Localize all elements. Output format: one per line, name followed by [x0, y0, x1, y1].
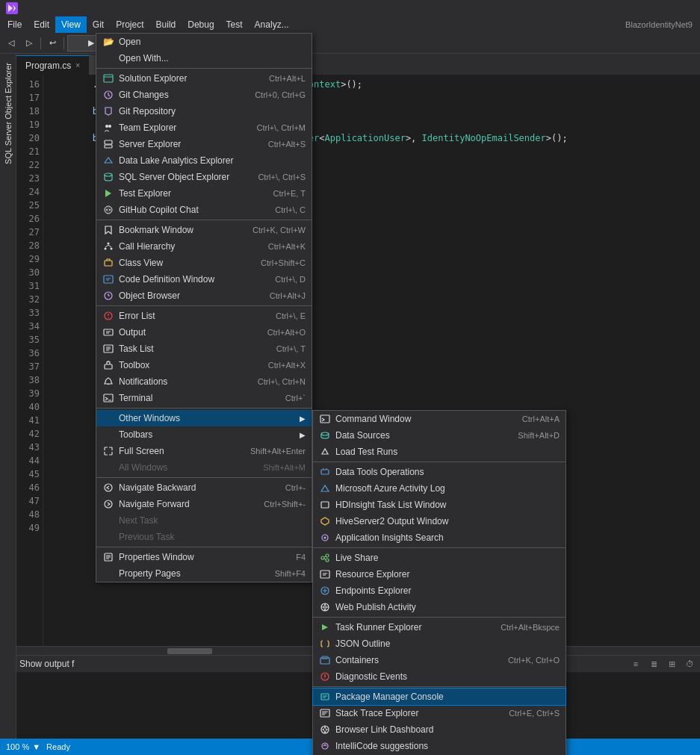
view-terminal[interactable]: Terminal Ctrl+` [96, 390, 312, 406]
tab-close[interactable]: × [75, 61, 80, 69]
containers-shortcut: Ctrl+K, Ctrl+O [508, 656, 560, 665]
svg-rect-38 [322, 656, 328, 659]
view-obj-browser[interactable]: Object Browser Ctrl+Alt+J [96, 288, 312, 304]
rw-json-outline[interactable]: JSON Outline [313, 636, 566, 652]
view-menu-dropdown[interactable]: 📂 Open Open With... Solution Explorer Ct… [96, 33, 312, 582]
menu-file[interactable]: File [1, 16, 28, 33]
rw-hive[interactable]: HiveServer2 Output Window [313, 513, 566, 529]
view-open-with[interactable]: Open With... [96, 50, 312, 66]
rw-data-tools[interactable]: Data Tools Operations [313, 464, 566, 480]
output-btn3[interactable]: ⊞ [664, 657, 679, 671]
output-btn4[interactable]: ⏱ [682, 657, 697, 671]
hdinsight-label: HDInsight Task List Window [335, 500, 560, 510]
menu-project[interactable]: Project [110, 16, 149, 33]
toolbar-sep2 [64, 37, 64, 49]
resource-icon [319, 568, 331, 580]
rw-package-manager[interactable]: Package Manager Console [313, 689, 566, 705]
rw-hdinsight[interactable]: HDInsight Task List Window [313, 497, 566, 513]
view-nav-backward[interactable]: Navigate Backward Ctrl+- [96, 479, 312, 496]
vs-logo [6, 2, 18, 14]
loadtest-icon [319, 446, 331, 458]
view-full-screen[interactable]: Full Screen Shift+Alt+Enter [96, 443, 312, 459]
view-notifications[interactable]: Notifications Ctrl+\, Ctrl+N [96, 373, 312, 390]
view-copilot[interactable]: GitHub Copilot Chat Ctrl+\, C [96, 202, 312, 218]
tab-label: Program.cs [25, 60, 71, 71]
rw-intellicode[interactable]: IntelliCode suggestions [313, 738, 566, 754]
view-code-def[interactable]: Code Definition Window Ctrl+\, D [96, 271, 312, 288]
view-sql-explorer[interactable]: SQL Server Object Explorer Ctrl+\, Ctrl+… [96, 169, 312, 185]
rw-data-sources[interactable]: Data Sources Shift+Alt+D [313, 427, 566, 444]
view-error-list[interactable]: Error List Ctrl+\, E [96, 308, 312, 324]
rw-liveshare[interactable]: Live Share [313, 550, 566, 566]
view-server-explorer[interactable]: Server Explorer Ctrl+Alt+S [96, 136, 312, 152]
rw-containers[interactable]: Containers Ctrl+K, Ctrl+O [313, 652, 566, 668]
rw-azure-log[interactable]: Microsoft Azure Activity Log [313, 480, 566, 497]
toolbar-undo[interactable]: ↩ [44, 35, 61, 52]
zoom-value: 100 % [6, 742, 29, 751]
menu-analyze[interactable]: Analyz... [249, 16, 295, 33]
objbrowser-shortcut: Ctrl+Alt+J [270, 291, 306, 300]
toolbar-fwd[interactable]: ▷ [21, 35, 37, 52]
view-git-repository[interactable]: Git Repository [96, 103, 312, 119]
menu-debug[interactable]: Debug [182, 16, 220, 33]
view-datalake[interactable]: Data Lake Analytics Explorer [96, 152, 312, 169]
tab-program-cs[interactable]: Program.cs × [16, 55, 90, 75]
view-other-windows[interactable]: Other Windows ▶ [96, 410, 312, 426]
rw-endpoints[interactable]: Endpoints Explorer [313, 582, 566, 599]
view-property-pages[interactable]: Property Pages Shift+F4 [96, 565, 312, 582]
right-submenu[interactable]: Command Window Ctrl+Alt+A Data Sources S… [312, 410, 566, 755]
rw-appinsights[interactable]: Application Insights Search [313, 529, 566, 546]
rw-command-window[interactable]: Command Window Ctrl+Alt+A [313, 411, 566, 427]
view-bookmark[interactable]: Bookmark Window Ctrl+K, Ctrl+W [96, 222, 312, 238]
view-properties-window[interactable]: Properties Window F4 [96, 549, 312, 565]
view-class-view[interactable]: Class View Ctrl+Shift+C [96, 255, 312, 271]
test-icon [102, 187, 114, 199]
view-nav-forward[interactable]: Navigate Forward Ctrl+Shift+- [96, 496, 312, 512]
menu-edit[interactable]: Edit [28, 16, 55, 33]
datatools-label: Data Tools Operations [335, 467, 560, 477]
rw-resource-explorer[interactable]: Resource Explorer [313, 566, 566, 582]
svg-rect-26 [321, 470, 329, 474]
view-test-explorer[interactable]: Test Explorer Ctrl+E, T [96, 185, 312, 202]
rw-stack-trace[interactable]: Stack Trace Explorer Ctrl+E, Ctrl+S [313, 705, 566, 721]
menu-bar: File Edit View Git Project Build Debug T… [0, 16, 700, 33]
output-btn2[interactable]: ≣ [646, 657, 661, 671]
datasources-icon [319, 429, 331, 441]
copilot-shortcut: Ctrl+\, C [275, 205, 306, 214]
rw-load-test[interactable]: Load Test Runs [313, 444, 566, 460]
menu-build[interactable]: Build [150, 16, 182, 33]
diagnostic-icon [319, 671, 331, 683]
datatools-icon [319, 466, 331, 478]
rw-diagnostic[interactable]: Diagnostic Events [313, 668, 566, 685]
view-toolbox[interactable]: Toolbox Ctrl+Alt+X [96, 357, 312, 373]
menu-test[interactable]: Test [220, 16, 249, 33]
browserlink-icon [319, 724, 331, 736]
menu-git[interactable]: Git [87, 16, 110, 33]
bookmark-icon [102, 224, 114, 236]
view-task-list[interactable]: Task List Ctrl+\, T [96, 341, 312, 357]
server-shortcut: Ctrl+Alt+S [268, 140, 306, 149]
view-call-hierarchy[interactable]: Call Hierarchy Ctrl+Alt+K [96, 238, 312, 255]
rw-task-runner[interactable]: Task Runner Explorer Ctrl+Alt+Bkspce [313, 619, 566, 636]
toolbar-back[interactable]: ◁ [3, 35, 19, 52]
hive-label: HiveServer2 Output Window [335, 516, 560, 526]
view-git-changes[interactable]: Git Changes Ctrl+0, Ctrl+G [96, 87, 312, 103]
view-solution-explorer[interactable]: Solution Explorer Ctrl+Alt+L [96, 70, 312, 87]
sidebar-sql-explorer[interactable]: SQL Server Object Explorer [2, 57, 14, 170]
git-repo-label: Git Repository [119, 106, 306, 116]
rw-browser-link[interactable]: Browser Link Dashboard [313, 721, 566, 738]
rw-web-publish[interactable]: Web Publish Activity [313, 599, 566, 615]
menu-view[interactable]: View [55, 16, 87, 33]
view-output[interactable]: Output Ctrl+Alt+O [96, 324, 312, 341]
output-btn1[interactable]: ≡ [628, 657, 643, 671]
webpublish-label: Web Publish Activity [335, 602, 560, 612]
notifications-shortcut: Ctrl+\, Ctrl+N [258, 377, 306, 386]
view-open[interactable]: 📂 Open [96, 34, 312, 50]
terminal-icon [102, 392, 114, 404]
view-team-explorer[interactable]: Team Explorer Ctrl+\, Ctrl+M [96, 119, 312, 136]
scrollbar-thumb[interactable] [167, 648, 212, 654]
zoom-dropdown[interactable]: ▼ [32, 742, 40, 751]
open-with-label: Open With... [119, 53, 306, 63]
view-toolbars[interactable]: Toolbars ▶ [96, 426, 312, 443]
server-label: Server Explorer [119, 139, 253, 149]
